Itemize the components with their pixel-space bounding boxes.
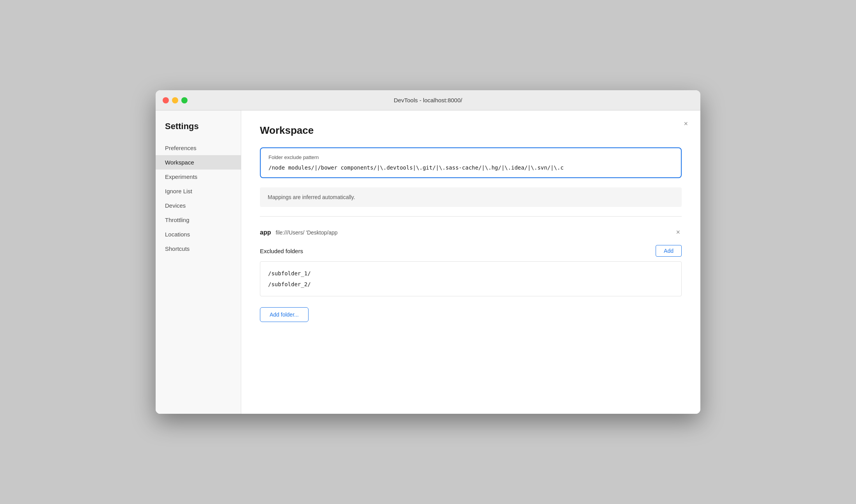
maximize-traffic-light[interactable] — [181, 97, 188, 103]
folder-exclude-label: Folder exclude pattern — [268, 154, 673, 160]
app-window: DevTools - localhost:8000/ Settings Pref… — [156, 90, 700, 414]
page-title: Workspace — [260, 124, 682, 136]
sidebar-item-preferences[interactable]: Preferences — [156, 141, 241, 155]
minimize-traffic-light[interactable] — [172, 97, 178, 103]
workspace-entry-left: app file:///Users/ 'Desktop/app — [260, 229, 338, 236]
sidebar-item-locations[interactable]: Locations — [156, 227, 241, 242]
add-folder-button[interactable]: Add folder... — [260, 307, 309, 322]
sidebar-item-workspace[interactable]: Workspace — [156, 155, 241, 170]
window-body: Settings Preferences Workspace Experimen… — [156, 110, 700, 414]
workspace-entry-header: app file:///Users/ 'Desktop/app × — [260, 224, 682, 240]
close-traffic-light[interactable] — [163, 97, 169, 103]
excluded-folders-row: Excluded folders Add — [260, 245, 682, 257]
sidebar-item-shortcuts[interactable]: Shortcuts — [156, 242, 241, 256]
excluded-folders-label: Excluded folders — [260, 248, 303, 254]
main-content: × Workspace Folder exclude pattern Mappi… — [241, 110, 700, 414]
folder-exclude-input[interactable] — [268, 164, 673, 171]
subfolder-item: /subfolder_1/ — [268, 268, 674, 279]
mappings-info-box: Mappings are inferred automatically. — [260, 187, 682, 207]
workspace-entry: app file:///Users/ 'Desktop/app × Exclud… — [260, 224, 682, 296]
sidebar: Settings Preferences Workspace Experimen… — [156, 110, 241, 414]
window-close-button[interactable]: × — [681, 118, 691, 130]
remove-workspace-button[interactable]: × — [674, 228, 682, 236]
sidebar-item-devices[interactable]: Devices — [156, 198, 241, 213]
titlebar: DevTools - localhost:8000/ — [156, 90, 700, 110]
workspace-path: file:///Users/ 'Desktop/app — [275, 229, 337, 236]
sidebar-item-throttling[interactable]: Throttling — [156, 213, 241, 227]
mappings-info-text: Mappings are inferred automatically. — [268, 194, 355, 200]
window-title: DevTools - localhost:8000/ — [394, 97, 462, 103]
traffic-lights — [163, 97, 188, 103]
sidebar-item-experiments[interactable]: Experiments — [156, 170, 241, 184]
folder-exclude-section: Folder exclude pattern — [260, 147, 682, 178]
add-excluded-folder-button[interactable]: Add — [656, 245, 682, 257]
sidebar-heading: Settings — [156, 121, 241, 141]
subfolder-item: /subfolder_2/ — [268, 279, 674, 290]
sidebar-item-ignore-list[interactable]: Ignore List — [156, 184, 241, 198]
section-divider — [260, 216, 682, 217]
workspace-name: app — [260, 229, 271, 236]
subfolders-box: /subfolder_1/ /subfolder_2/ — [260, 261, 682, 296]
